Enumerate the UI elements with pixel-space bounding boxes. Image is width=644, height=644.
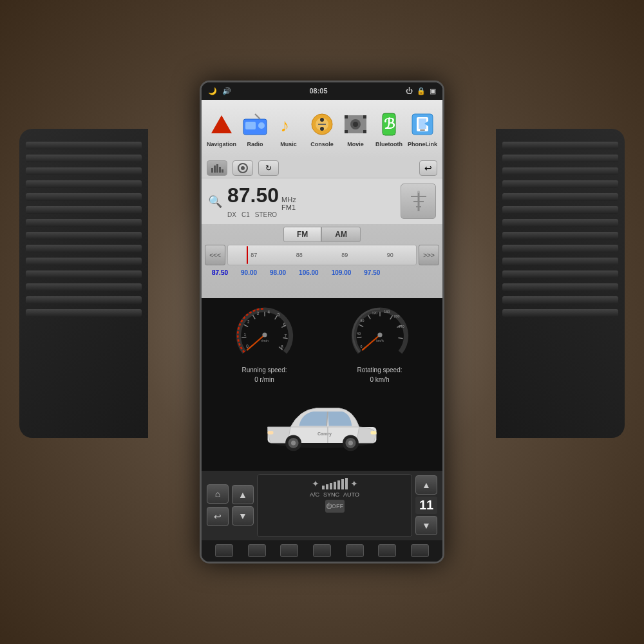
fan-speed-up-button[interactable]: ▲ [415,475,437,495]
svg-text:♪: ♪ [280,115,289,135]
home-button[interactable]: ⌂ [207,484,229,504]
back-button[interactable]: ↩ [207,507,229,526]
physical-button-4[interactable] [313,544,331,557]
radio-tab-settings[interactable] [232,160,253,176]
svg-text:0: 0 [246,344,249,348]
svg-line-64 [398,337,402,338]
antenna-icon [401,184,436,219]
svg-point-12 [353,122,358,127]
climate-labels: A/C SYNC AUTO [310,491,359,498]
am-button[interactable]: AM [321,227,361,242]
radio-tab-equalizer[interactable] [207,160,227,176]
svg-rect-28 [222,169,223,173]
next-station-button[interactable]: >>> [419,245,439,265]
fan-bar-4 [334,482,336,489]
physical-button-2[interactable] [248,544,266,557]
radio-back-button[interactable]: ↩ [419,160,437,176]
app-radio[interactable]: Radio [240,110,270,147]
svg-text:8: 8 [281,345,283,349]
svg-text:7: 7 [284,333,287,337]
frequency-unit: MHz [281,196,296,204]
fan-speed-down-button[interactable]: ▼ [415,516,437,535]
gauges-row: 0 1 2 3 4 5 6 7 8 r/min [207,306,437,383]
main-screen: 🌙 🔊 08:05 ⏻ 🔒 ▣ Navigation [200,80,444,564]
svg-rect-27 [219,167,221,173]
fm-button[interactable]: FM [283,227,321,242]
preset-5[interactable]: 109.00 [327,267,357,278]
app-bluetooth[interactable]: ℬ Bluetooth [374,110,404,147]
bluetooth-label: Bluetooth [375,141,402,147]
frequency-value: 87.50 [227,185,279,205]
nav-triangle-icon [211,115,232,133]
svg-rect-25 [214,166,216,173]
vent-slat [502,258,618,265]
svg-rect-79 [268,431,274,434]
preset-2[interactable]: 90.00 [236,267,262,278]
scale-88: 88 [296,252,303,258]
physical-button-3[interactable] [280,544,298,557]
fan-bar-3 [330,483,332,489]
svg-text:1: 1 [243,332,246,337]
svg-point-7 [320,118,324,122]
radio-label: Radio [247,141,263,147]
svg-text:4: 4 [267,310,270,314]
app-navigation[interactable]: Navigation [206,110,237,147]
temperature-display: 11 [415,497,437,514]
fan-bar-5 [337,480,340,489]
preset-4[interactable]: 106.00 [294,267,324,278]
vent-slat [26,258,142,265]
movie-label: Movie [347,141,364,147]
preset-6[interactable]: 97.50 [359,267,385,278]
climate-power-button[interactable]: ⏻ OFF [325,500,345,513]
scale-87: 87 [251,252,257,258]
status-right: ⏻ 🔒 ▣ [406,87,436,95]
svg-rect-26 [216,164,218,173]
app-music[interactable]: ♪ Music [273,110,304,147]
tuner-needle [247,246,248,264]
search-icon: 🔍 [208,194,222,209]
vent-slat [502,206,618,214]
scale-90: 90 [387,252,393,258]
physical-button-7[interactable] [411,544,429,557]
fan-bar-2 [326,484,328,489]
svg-rect-14 [363,115,366,118]
svg-point-2 [258,122,265,129]
volume-icon: 🔊 [222,87,231,95]
vent-slat [502,219,618,227]
vent-slat [26,219,142,227]
physical-button-5[interactable] [346,544,364,557]
svg-text:6: 6 [283,321,285,326]
svg-text:120: 120 [372,310,377,314]
svg-rect-24 [211,168,213,173]
preset-3[interactable]: 98.00 [265,267,291,278]
app-console[interactable]: Console [307,110,337,147]
right-vent [496,129,625,438]
fan-bar-1 [322,486,325,489]
svg-point-55 [262,332,267,337]
frequency-display: 87.50 MHz FM1 DX C1 STERO [227,185,395,218]
app-movie[interactable]: Movie [340,110,371,147]
movie-icon [341,110,370,138]
app-phonelink[interactable]: PhoneLink [407,110,438,147]
power-icon: ⏻ [406,87,413,95]
vent-slat [26,193,142,201]
vent-slat [502,167,618,175]
svg-point-8 [320,127,324,131]
vent-slat [26,270,142,278]
svg-point-35 [417,191,420,193]
temp-down-button[interactable]: ▼ [232,506,254,526]
physical-button-1[interactable] [215,544,233,557]
prev-station-button[interactable]: <<< [205,245,225,265]
climate-section: ✦ ✦ A/C SYNC AUTO [257,474,412,537]
vent-slat [26,283,142,291]
sync-label: SYNC [323,491,339,498]
radio-tab-refresh[interactable]: ↻ [258,160,279,176]
preset-1[interactable]: 87.50 [207,267,233,278]
ac-label: A/C [310,491,319,498]
physical-button-6[interactable] [378,544,396,557]
svg-text:200: 200 [393,314,399,318]
temp-up-button[interactable]: ▲ [232,485,254,504]
svg-point-73 [377,332,382,337]
svg-text:ℬ: ℬ [384,116,395,132]
svg-rect-15 [345,130,348,133]
